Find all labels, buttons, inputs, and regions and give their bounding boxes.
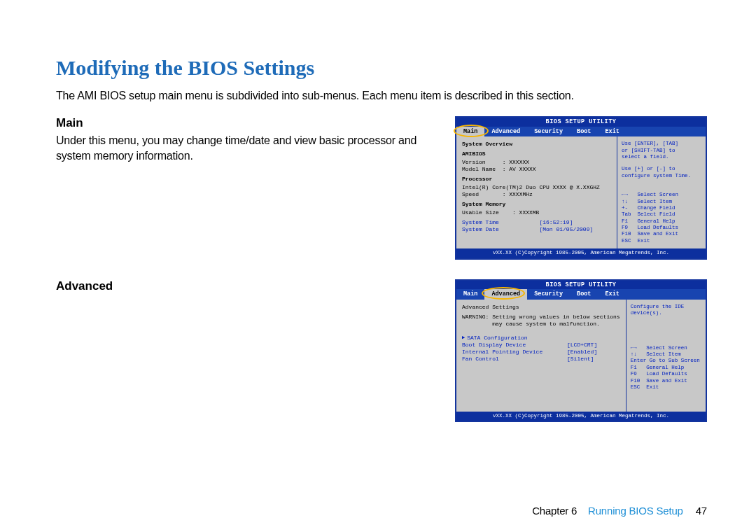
footer-chapter: Chapter 6 bbox=[532, 505, 577, 517]
key-help: ←→ Select Screen ↑↓ Select Item Enter Go… bbox=[631, 345, 701, 391]
model-label: Model Name bbox=[462, 166, 496, 173]
submenu-arrow-icon bbox=[462, 335, 467, 342]
bios-tab-security[interactable]: Security bbox=[527, 127, 570, 137]
footer-page-number: 47 bbox=[696, 505, 707, 517]
bios-tabs: Main Advanced Security Boot Exit bbox=[456, 127, 706, 137]
model-value: : AV XXXXX bbox=[503, 166, 536, 173]
bios-utility-title: BIOS SETUP UTILITY bbox=[456, 118, 706, 127]
bios-copyright: vXX.XX (C)Copyright 1985-2005, American … bbox=[456, 412, 706, 421]
footer-chapter-title: Running BIOS Setup bbox=[588, 505, 683, 517]
advanced-warning: WARNING: Setting wrong values in below s… bbox=[462, 314, 620, 328]
tab-label: Main bbox=[463, 128, 477, 135]
pointing-device-value[interactable]: [Enabled] bbox=[567, 349, 597, 356]
fan-control-label[interactable]: Fan Control bbox=[462, 356, 567, 363]
bios-tab-main[interactable]: Main bbox=[456, 289, 484, 300]
speed-value: : XXXXMHz bbox=[503, 191, 533, 198]
document-page: Modifying the BIOS Settings The AMI BIOS… bbox=[0, 0, 756, 532]
system-overview-head: System Overview bbox=[462, 141, 611, 148]
section-advanced: Advanced BIOS SETUP UTILITY Main Advance… bbox=[56, 279, 707, 423]
tab-label: Advanced bbox=[491, 290, 520, 298]
bios-tab-exit[interactable]: Exit bbox=[598, 127, 626, 137]
processor-head: Processor bbox=[462, 176, 611, 183]
bios-main-left: System Overview AMIBIOS Version : XXXXXX… bbox=[456, 136, 617, 248]
hint-plus-minus: Use [+] or [-] to configure system Time. bbox=[622, 166, 701, 179]
main-heading: Main bbox=[56, 116, 440, 130]
page-title: Modifying the BIOS Settings bbox=[56, 56, 707, 80]
sata-config-item[interactable]: SATA Configuration bbox=[467, 335, 527, 342]
bios-tab-exit[interactable]: Exit bbox=[598, 289, 626, 300]
time-value[interactable]: [16:52:19] bbox=[539, 219, 573, 226]
mem-value: : XXXXMB bbox=[512, 209, 539, 216]
advanced-heading: Advanced bbox=[56, 279, 440, 293]
mem-label: Usable Size bbox=[462, 209, 499, 216]
bios-tab-boot[interactable]: Boot bbox=[570, 289, 598, 300]
bios-tab-advanced[interactable]: Advanced bbox=[484, 289, 527, 300]
page-footer: Chapter 6 Running BIOS Setup 47 bbox=[532, 505, 707, 517]
version-label: Version bbox=[462, 159, 486, 166]
boot-display-label[interactable]: Boot Display Device bbox=[462, 342, 567, 349]
hint-enter-tab: Use [ENTER], [TAB] or [SHIFT-TAB] to sel… bbox=[622, 141, 701, 160]
intro-text: The AMI BIOS setup main menu is subdivid… bbox=[56, 90, 707, 102]
processor-line: Intel(R) Core(TM)2 Duo CPU XXXX @ X.XXGH… bbox=[462, 184, 611, 191]
time-label: System Time bbox=[462, 219, 499, 226]
bios-tabs: Main Advanced Security Boot Exit bbox=[456, 289, 706, 300]
bios-tab-main[interactable]: Main bbox=[456, 127, 484, 137]
key-help: ←→ Select Screen ↑↓ Select Item +- Chang… bbox=[622, 192, 701, 244]
bios-main-screenshot: BIOS SETUP UTILITY Main Advanced Securit… bbox=[455, 116, 707, 260]
version-value: : XXXXXX bbox=[503, 159, 529, 166]
advanced-settings-head: Advanced Settings bbox=[462, 304, 620, 311]
bios-main-right: Use [ENTER], [TAB] or [SHIFT-TAB] to sel… bbox=[617, 136, 706, 248]
speed-label: Speed bbox=[462, 191, 479, 198]
fan-control-value[interactable]: [Silent] bbox=[567, 356, 594, 363]
section-main: Main Under this menu, you may change tim… bbox=[56, 116, 707, 260]
hint-configure-ide: Configure the IDE device(s). bbox=[631, 304, 701, 317]
date-value[interactable]: [Mon 01/05/2009] bbox=[539, 226, 593, 233]
pointing-device-label[interactable]: Internal Pointing Device bbox=[462, 349, 567, 356]
date-label: System Date bbox=[462, 226, 499, 233]
bios-tab-security[interactable]: Security bbox=[527, 289, 570, 300]
bios-utility-title: BIOS SETUP UTILITY bbox=[456, 281, 706, 290]
memory-head: System Memory bbox=[462, 201, 611, 208]
bios-advanced-screenshot: BIOS SETUP UTILITY Main Advanced Securit… bbox=[455, 279, 707, 423]
boot-display-value[interactable]: [LCD+CRT] bbox=[567, 342, 597, 349]
bios-advanced-left: Advanced Settings WARNING: Setting wrong… bbox=[456, 300, 626, 412]
main-desc: Under this menu, you may change time/dat… bbox=[56, 133, 440, 163]
bios-tab-advanced[interactable]: Advanced bbox=[484, 127, 527, 137]
bios-tab-boot[interactable]: Boot bbox=[570, 127, 598, 137]
bios-advanced-right: Configure the IDE device(s). ←→ Select S… bbox=[626, 300, 706, 412]
bios-copyright: vXX.XX (C)Copyright 1985-2005, American … bbox=[456, 248, 706, 258]
amibios-head: AMIBIOS bbox=[462, 150, 611, 158]
